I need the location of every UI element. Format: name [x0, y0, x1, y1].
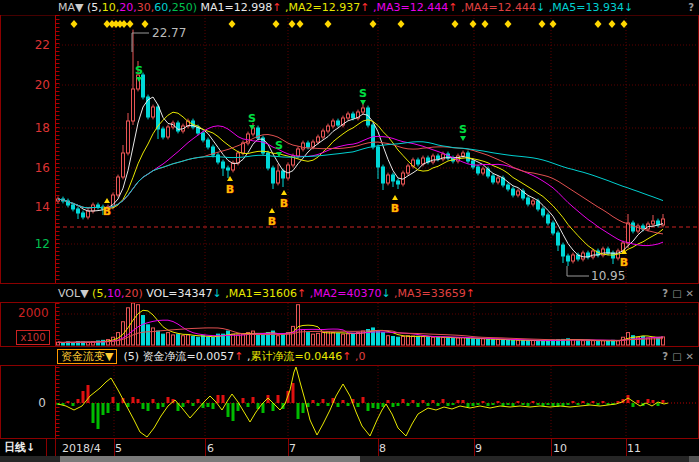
svg-text:22.77: 22.77 [152, 26, 186, 40]
header-part: (5) [123, 350, 142, 363]
header-part: ,MA2=12.937 [282, 1, 361, 14]
horizontal-scrollbar[interactable] [0, 456, 699, 462]
chart-canvas[interactable]: SSSSSBBBBBB22.7710.95 [0, 0, 699, 462]
ma-indicator-bar: MA▼ (5,10,20,30,60,250) MA1=12.998↑ ,MA2… [0, 0, 699, 15]
header-part: ↓ [381, 287, 390, 300]
alert-diamond-icon [297, 20, 304, 28]
svg-text:S: S [248, 112, 256, 125]
maximize-icon[interactable]: □ [672, 351, 681, 362]
header-part: ,MA4=12.444 [457, 1, 536, 14]
scrollbar-right-button[interactable] [689, 456, 699, 462]
alert-diamond-icon [398, 20, 405, 28]
header-part: 30, [137, 1, 155, 14]
header-part: 20) [124, 287, 142, 300]
date-label: 2018/4 [62, 442, 101, 455]
sell-arrow-icon [460, 136, 466, 141]
date-axis-bar: 日线↓ 2018/4567891011 [0, 438, 699, 456]
svg-text:B: B [226, 183, 234, 196]
header-part: ,MA5=13.934 [545, 1, 624, 14]
header-part: ,0 [351, 350, 365, 363]
flow-zero-label: 0 [30, 397, 46, 409]
header-part: 累计净流=0.0446 [250, 350, 342, 363]
ma-dropdown[interactable]: MA▼ [58, 1, 83, 14]
date-label: 9 [475, 442, 482, 455]
svg-text:S: S [459, 123, 467, 136]
svg-text:S: S [359, 87, 367, 100]
down-arrow-icon: ↓ [26, 441, 35, 454]
volume-axis-label: 2000 [18, 307, 48, 319]
price-axis-label: 20 [24, 79, 50, 91]
date-label: 5 [115, 442, 122, 455]
chevron-down-icon: ▼ [80, 287, 88, 300]
date-separator [551, 439, 552, 456]
header-part: ,MA1=31606 [222, 287, 297, 300]
header-part: (5, [89, 287, 107, 300]
date-separator [205, 439, 206, 456]
date-label: 10 [553, 442, 567, 455]
date-label: 6 [207, 442, 214, 455]
buy-arrow-icon [392, 195, 398, 200]
header-part: ↑ [466, 287, 475, 300]
alert-diamond-icon [273, 20, 280, 28]
svg-text:B: B [103, 205, 111, 218]
header-part: ,MA3=12.444 [369, 1, 448, 14]
header-part: MA1=12.998 [197, 1, 272, 14]
header-part: ↑ [448, 1, 457, 14]
header-part: ↓ [624, 1, 633, 14]
alert-diamond-icon [142, 20, 149, 28]
svg-text:B: B [620, 256, 628, 269]
buy-arrow-icon [269, 208, 275, 213]
alert-diamond-icon [539, 20, 546, 28]
alert-diamond-icon [505, 20, 512, 28]
buy-arrow-icon [281, 190, 287, 195]
header-part: ↓ [536, 1, 545, 14]
alert-diamond-icon [229, 20, 236, 28]
alert-diamond-icon [370, 20, 377, 28]
trading-app-window: SSSSSBBBBBB22.7710.95 MA▼ (5,10,20,30,60… [0, 0, 699, 462]
vol-dropdown[interactable]: VOL▼ [58, 287, 89, 300]
help-icon[interactable]: ? [662, 288, 668, 299]
period-selector[interactable]: 日线↓ [0, 439, 47, 456]
alert-diamond-icon [482, 20, 489, 28]
svg-text:S: S [135, 64, 143, 77]
svg-text:B: B [268, 215, 276, 228]
alert-diamond-icon [71, 20, 78, 28]
date-label: 7 [289, 442, 296, 455]
alert-diamond-icon [121, 20, 128, 28]
alert-diamond-icon [595, 20, 602, 28]
header-part: ,MA3=33659 [391, 287, 466, 300]
alert-diamond-icon [127, 20, 134, 28]
price-axis-label: 12 [24, 238, 50, 250]
header-part: (5, [83, 1, 101, 14]
close-icon[interactable]: ✕ [686, 288, 694, 299]
alert-diamond-icon [609, 20, 616, 28]
svg-text:B: B [391, 202, 399, 215]
date-label: 11 [627, 442, 641, 455]
price-axis-label: 22 [24, 39, 50, 51]
svg-text:S: S [275, 139, 283, 152]
help-icon[interactable]: ? [662, 351, 668, 362]
moneyflow-type-button[interactable]: 资金流变▼ [57, 349, 117, 364]
header-part: 10, [102, 1, 120, 14]
help-icon[interactable]: ? [688, 2, 694, 13]
date-label: 8 [379, 442, 386, 455]
close-icon[interactable]: ✕ [686, 351, 694, 362]
moneyflow-values: (5) 资金净流=0.0057↑ ,累计净流=0.0446↑ ,0 [123, 349, 365, 364]
alert-diamond-icon [470, 20, 477, 28]
header-part: 10, [107, 287, 125, 300]
maximize-icon[interactable]: □ [672, 288, 681, 299]
ma-values: (5,10,20,30,60,250) MA1=12.998↑ ,MA2=12.… [83, 1, 633, 14]
alert-diamond-icon [452, 20, 459, 28]
sell-arrow-icon [360, 100, 366, 105]
price-axis-label: 18 [24, 122, 50, 134]
scrollbar-thumb[interactable] [60, 456, 360, 462]
price-axis-label: 16 [24, 162, 50, 174]
header-part: VOL=34347 [143, 287, 213, 300]
header-part: 250) [172, 1, 197, 14]
moneyflow-indicator-bar: 资金流变▼(5) 资金净流=0.0057↑ ,累计净流=0.0446↑ ,0 ?… [0, 346, 699, 366]
header-part: 60, [154, 1, 172, 14]
header-part: 20, [119, 1, 137, 14]
header-part: ↑ [272, 1, 281, 14]
vol-indicator-bar: VOL▼ (5,10,20) VOL=34347↓ ,MA1=31606↑ ,M… [0, 283, 699, 303]
svg-text:10.95: 10.95 [591, 269, 625, 283]
